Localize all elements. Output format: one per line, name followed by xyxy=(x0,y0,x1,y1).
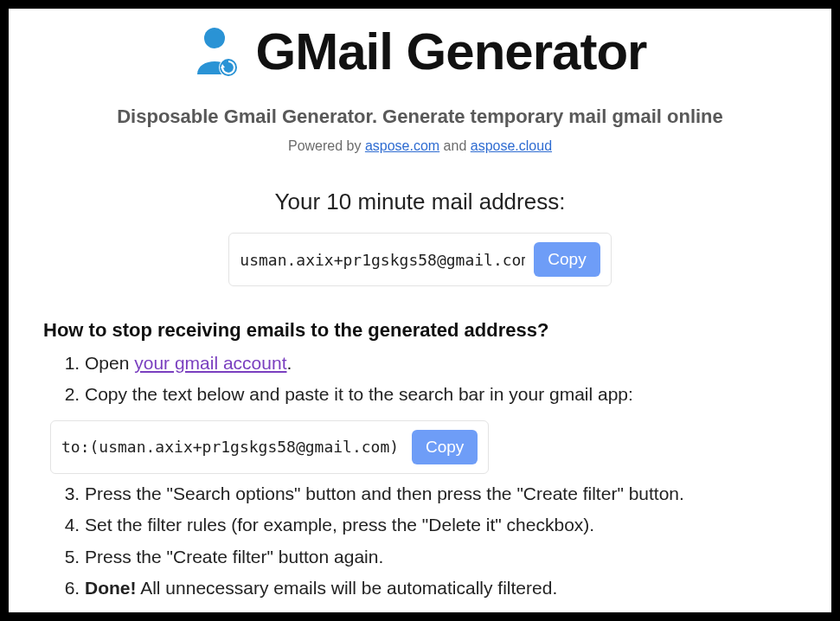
step1-prefix: Open xyxy=(85,353,134,373)
copy-filter-button[interactable]: Copy xyxy=(412,430,478,464)
filter-query-input[interactable] xyxy=(61,438,403,456)
svg-point-0 xyxy=(204,28,225,48)
your-address-label: Your 10 minute mail address: xyxy=(35,189,805,215)
page-title: GMail Generator xyxy=(256,22,647,81)
title-row: GMail Generator xyxy=(35,22,805,81)
email-copy-box: Copy xyxy=(228,233,611,286)
step1-suffix: . xyxy=(286,353,292,373)
step-1: Open your gmail account. xyxy=(85,350,805,376)
step6-rest: All unnecessary emails will be automatic… xyxy=(137,578,558,598)
step-6: Done! All unnecessary emails will be aut… xyxy=(85,575,805,601)
aspose-com-link[interactable]: aspose.com xyxy=(365,138,439,153)
user-refresh-icon xyxy=(194,26,240,78)
step-5: Press the "Create filter" button again. xyxy=(85,544,805,570)
powered-by: Powered by aspose.com and aspose.cloud xyxy=(35,138,805,154)
generated-email-input[interactable] xyxy=(240,251,525,269)
copy-email-button[interactable]: Copy xyxy=(534,242,600,277)
step-4: Set the filter rules (for example, press… xyxy=(85,512,805,538)
gmail-account-link[interactable]: your gmail account xyxy=(134,353,286,373)
steps-list: Open your gmail account. Copy the text b… xyxy=(85,350,805,602)
howto-heading: How to stop receiving emails to the gene… xyxy=(43,319,805,342)
step2-text: Copy the text below and paste it to the … xyxy=(85,384,633,404)
step6-done: Done! xyxy=(85,578,137,598)
powered-prefix: Powered by xyxy=(288,138,365,153)
page-container: GMail Generator Disposable Gmail Generat… xyxy=(9,9,831,612)
page-subtitle: Disposable Gmail Generator. Generate tem… xyxy=(35,106,805,128)
step-3: Press the "Search options" button and th… xyxy=(85,481,805,507)
filter-copy-box: Copy xyxy=(50,420,489,474)
powered-and: and xyxy=(439,138,471,153)
aspose-cloud-link[interactable]: aspose.cloud xyxy=(471,138,552,153)
step-2: Copy the text below and paste it to the … xyxy=(85,381,805,473)
